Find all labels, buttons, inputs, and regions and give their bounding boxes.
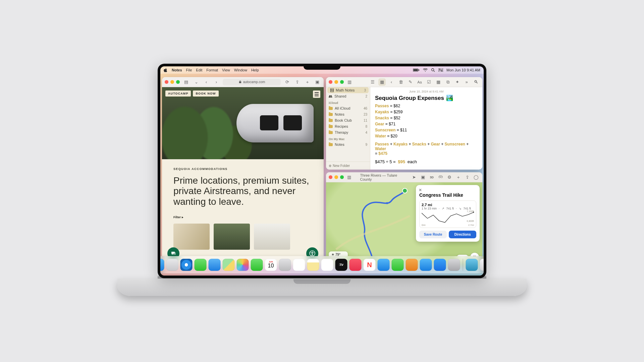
more-icon[interactable]: » xyxy=(463,78,470,86)
dock-trash-icon[interactable] xyxy=(480,259,484,271)
new-folder-button[interactable]: ⊕ New Folder xyxy=(326,162,370,170)
menu-view[interactable]: View xyxy=(222,68,230,72)
brand-logo[interactable]: AUTOCAMP xyxy=(165,90,191,97)
trash-icon[interactable]: 🗑︎ xyxy=(397,78,405,86)
app-name[interactable]: Notes xyxy=(172,68,182,72)
zoom-button[interactable] xyxy=(340,80,344,84)
hamburger-menu-icon[interactable] xyxy=(313,90,320,98)
menubar-clock[interactable]: Mon Jun 10 9:41 AM xyxy=(446,68,480,72)
close-button[interactable] xyxy=(329,175,332,179)
listing-thumb[interactable] xyxy=(254,224,290,250)
dock-downloads-icon[interactable] xyxy=(466,259,478,271)
dock-music-icon[interactable] xyxy=(350,259,362,271)
sidebar-item-all-icloud[interactable]: All iCloud46 xyxy=(326,105,370,111)
dock-iphone-mirroring-icon[interactable] xyxy=(420,259,432,271)
dock-notes-icon[interactable] xyxy=(307,259,319,271)
dock-maps-icon[interactable] xyxy=(223,259,235,271)
zoom-button[interactable] xyxy=(340,175,344,179)
dock-numbers-icon[interactable] xyxy=(392,259,404,271)
sidebar-item-recipes[interactable]: Recipes8 xyxy=(326,123,370,129)
compose-icon[interactable]: ✎ xyxy=(407,78,414,86)
book-now-button[interactable]: BOOK NOW xyxy=(193,90,218,97)
settings-icon[interactable]: ⚙︎ xyxy=(446,174,453,181)
dock-safari-icon[interactable] xyxy=(180,259,193,271)
dock-facetime-icon[interactable] xyxy=(251,259,263,271)
menu-file[interactable]: File xyxy=(186,68,192,72)
share-icon[interactable]: ⇪ xyxy=(293,78,301,86)
minimize-button[interactable] xyxy=(334,80,338,84)
search-icon[interactable]: 🔍︎ xyxy=(472,78,480,86)
dock-freeform-icon[interactable] xyxy=(321,259,333,271)
map-mode-icon[interactable]: ▣ xyxy=(419,174,426,181)
close-button[interactable] xyxy=(329,80,332,84)
dock-calendar-icon[interactable]: JUN10 xyxy=(265,259,277,271)
back-icon[interactable]: ‹ xyxy=(388,78,395,86)
menu-edit[interactable]: Edit xyxy=(196,68,202,72)
forward-icon[interactable]: › xyxy=(213,78,220,86)
reload-icon[interactable]: ⟳ xyxy=(283,78,291,86)
dock-photos-icon[interactable] xyxy=(237,259,249,271)
share-icon[interactable]: ⇪ xyxy=(464,174,471,181)
sidebar-item-shared[interactable]: 👥︎Shared2 xyxy=(326,93,370,99)
sidebar-toggle-icon[interactable]: ▤ xyxy=(182,78,190,86)
sidebar-item-therapy[interactable]: Therapy4 xyxy=(326,129,370,135)
dock-reminders-icon[interactable] xyxy=(293,259,305,271)
dock-mail-icon[interactable] xyxy=(209,259,221,271)
minimize-button[interactable] xyxy=(170,80,174,84)
sidebar-item-notes[interactable]: Notes23 xyxy=(326,111,370,117)
mode-3d-icon[interactable]: 3D xyxy=(428,174,435,181)
dock-news-icon[interactable]: N xyxy=(364,259,376,271)
close-button[interactable] xyxy=(165,80,168,84)
list-view-icon[interactable]: ☰ xyxy=(369,78,376,86)
dock-appstore-icon[interactable] xyxy=(434,259,446,271)
folder-icon xyxy=(329,107,333,110)
listing-thumb[interactable] xyxy=(173,224,210,250)
dock-finder-icon[interactable] xyxy=(160,259,164,271)
filter-button[interactable]: Filter ▸ xyxy=(173,216,312,219)
sidebar-item-book-club[interactable]: Book Club11 xyxy=(326,117,370,123)
note-editor[interactable]: June 10, 2024 at 9:41 AM Sequoia Group E… xyxy=(370,87,482,170)
add-icon[interactable]: ＋ xyxy=(455,174,462,181)
directions-button[interactable]: Directions xyxy=(449,231,476,238)
dock-settings-icon[interactable] xyxy=(448,259,460,271)
listing-thumb[interactable] xyxy=(214,224,250,250)
back-icon[interactable]: ‹ xyxy=(203,78,210,86)
dock-tv-icon[interactable]: tv xyxy=(335,259,347,271)
menu-help[interactable]: Help xyxy=(251,68,259,72)
new-tab-icon[interactable]: ＋ xyxy=(304,78,311,86)
dock-messages-icon[interactable] xyxy=(195,259,207,271)
save-route-button[interactable]: Save Route xyxy=(419,231,447,238)
tabs-icon[interactable]: ▣ xyxy=(314,78,321,86)
binoculars-icon[interactable]: 👓︎ xyxy=(437,174,444,181)
battery-icon[interactable] xyxy=(413,68,420,72)
sidebar-item-notes[interactable]: Notes9 xyxy=(326,141,370,147)
sidebar-toggle-icon[interactable]: ▥ xyxy=(346,78,353,86)
wifi-icon[interactable] xyxy=(423,68,428,72)
safari-url-field[interactable]: 🔒︎ autocamp.com xyxy=(223,79,281,85)
control-center-icon[interactable] xyxy=(438,68,443,72)
sidebar-item-count: 8 xyxy=(365,125,367,128)
gallery-view-icon[interactable]: ▦ xyxy=(378,78,386,86)
menu-window[interactable]: Window xyxy=(234,68,247,72)
close-icon[interactable]: ✕ xyxy=(419,188,422,192)
apple-menu[interactable] xyxy=(164,68,168,72)
chevron-down-icon[interactable]: ⌄ xyxy=(193,78,200,86)
map-canvas[interactable]: ✕ Congress Trail Hike 2.7 mi 1 hr 23 min… xyxy=(326,182,482,265)
spotlight-icon[interactable] xyxy=(431,68,435,72)
sidebar-item-math-notes[interactable]: 🧮︎Math Notes3 xyxy=(327,87,369,93)
account-icon[interactable]: ◯ xyxy=(473,174,480,181)
dock-launchpad-icon[interactable] xyxy=(166,259,178,271)
location-icon[interactable]: ➤ xyxy=(411,174,418,181)
sidebar-toggle-icon[interactable]: ▥ xyxy=(346,174,353,181)
dock-keynote-icon[interactable] xyxy=(406,259,418,271)
dock-appstore-alt-icon[interactable] xyxy=(378,259,390,271)
menu-format[interactable]: Format xyxy=(206,68,218,72)
checklist-icon[interactable]: ☑︎ xyxy=(425,78,433,86)
minimize-button[interactable] xyxy=(334,175,338,179)
table-icon[interactable]: ▦ xyxy=(435,78,442,86)
media-icon[interactable]: ⧉ xyxy=(444,78,451,86)
zoom-button[interactable] xyxy=(176,80,180,84)
format-icon[interactable]: Aa xyxy=(416,78,423,86)
link-icon[interactable]: ✦ xyxy=(453,78,461,86)
dock-contacts-icon[interactable] xyxy=(279,259,291,271)
